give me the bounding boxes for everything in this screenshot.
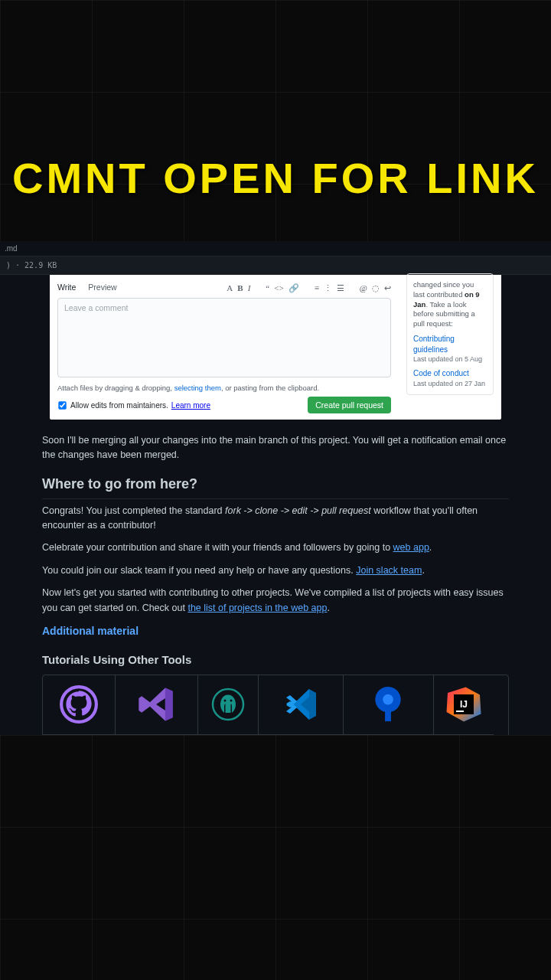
reference-icon[interactable]: ◌	[372, 283, 380, 293]
intellij-icon: IJ	[434, 675, 494, 735]
join-slack-link[interactable]: Join slack team	[356, 565, 422, 576]
svg-point-5	[383, 694, 393, 705]
tutorials-heading: Tutorials Using Other Tools	[42, 651, 509, 668]
projects-paragraph: Now let's get you started with contribut…	[42, 586, 509, 616]
pr-create-screenshot: Write Preview A B I “ <> 🔗 ≡ ⋮	[50, 275, 501, 420]
contributing-guidelines-link[interactable]: Contributing guidelines	[413, 334, 487, 354]
comment-textarea[interactable]: Leave a comment	[57, 298, 391, 377]
svg-rect-9	[456, 710, 464, 712]
formatting-toolbar[interactable]: A B I “ <> 🔗 ≡ ⋮ ☰ @ ◌ ↩	[227, 283, 391, 293]
code-of-conduct-link[interactable]: Code of conduct	[413, 368, 487, 379]
create-pull-request-button[interactable]: Create pull request	[308, 397, 391, 413]
visual-studio-icon	[116, 675, 198, 735]
allow-edits-checkbox[interactable]: Allow edits from maintainers. Learn more	[57, 400, 210, 410]
readme-article: Soon I'll be merging all your changes in…	[42, 433, 509, 782]
merge-notice: Soon I'll be merging all your changes in…	[42, 433, 509, 463]
github-readme-panel: .md ) · 22.9 KB Write Preview A B I “	[0, 241, 551, 735]
heading-icon[interactable]: A	[227, 283, 233, 293]
project-list-link[interactable]: the list of projects in the web app	[187, 603, 327, 613]
quote-icon[interactable]: “	[266, 283, 269, 293]
attach-hint: Attach files by dragging & dropping, sel…	[57, 384, 391, 392]
contributing-sidebar: changed since you last contributed on 9 …	[406, 273, 494, 395]
svg-point-2	[224, 700, 227, 702]
additional-material-link[interactable]: Additional material	[42, 623, 509, 640]
svg-rect-6	[385, 710, 391, 722]
conduct-updated: Last updated on 27 Jan	[413, 379, 487, 388]
congrats-paragraph: Congrats! You just completed the standar…	[42, 504, 509, 534]
link-icon[interactable]: 🔗	[289, 283, 299, 293]
svg-text:IJ: IJ	[460, 699, 468, 710]
tab-preview[interactable]: Preview	[88, 283, 116, 292]
file-tab: .md	[0, 241, 551, 256]
slack-paragraph: You could join our slack team if you nee…	[42, 564, 509, 578]
tab-write[interactable]: Write	[57, 283, 76, 292]
bullet-list-icon[interactable]: ≡	[315, 283, 319, 293]
bottom-letterbox	[0, 735, 551, 980]
celebrate-paragraph: Celebrate your contribution and share it…	[42, 541, 509, 555]
file-meta: ) · 22.9 KB	[0, 256, 551, 275]
bold-icon[interactable]: B	[237, 283, 243, 293]
selecting-them-link[interactable]: selecting them	[174, 384, 221, 392]
learn-more-link[interactable]: Learn more	[171, 401, 210, 410]
italic-icon[interactable]: I	[248, 283, 251, 293]
mention-icon[interactable]: @	[360, 283, 367, 293]
code-icon[interactable]: <>	[274, 283, 283, 293]
where-to-go-heading: Where to go from here?	[42, 474, 509, 499]
github-desktop-icon	[43, 675, 115, 735]
reply-icon[interactable]: ↩	[384, 283, 391, 293]
task-list-icon[interactable]: ☰	[337, 283, 344, 293]
web-app-link[interactable]: web app	[393, 542, 429, 553]
sourcetree-icon	[344, 675, 434, 735]
allow-edits-input[interactable]	[58, 401, 66, 409]
vscode-icon	[259, 675, 342, 735]
number-list-icon[interactable]: ⋮	[324, 283, 332, 293]
contributing-updated: Last updated on 5 Aug	[413, 354, 487, 364]
overlay-banner: CMNT OPEN FOR LINK	[0, 153, 551, 203]
svg-point-3	[230, 700, 233, 702]
gitkraken-icon	[198, 675, 258, 735]
